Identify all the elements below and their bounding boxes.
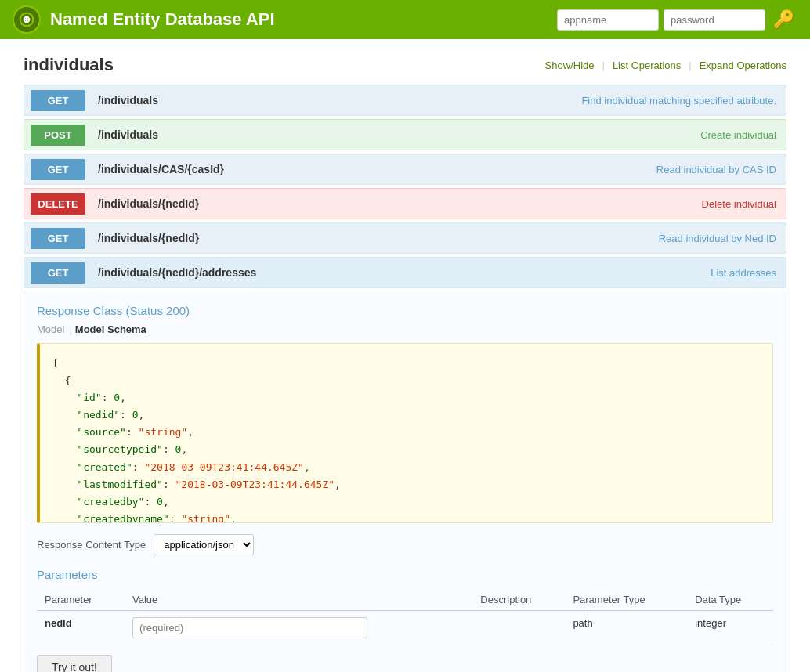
- op-description-0: Find individual matching specified attri…: [581, 95, 786, 107]
- param-type-nedid: path: [565, 611, 687, 645]
- header-auth-area: 🔑: [557, 6, 797, 33]
- op-row-5[interactable]: GET /individuals/{nedId}/addresses List …: [24, 257, 786, 288]
- app-header: Named Entity Database API 🔑: [0, 0, 810, 39]
- param-row-nedid: nedId path integer: [37, 611, 773, 645]
- code-line-10: "createdbyname": "string",: [52, 511, 760, 523]
- op-description-1: Create individual: [700, 129, 786, 141]
- key-button[interactable]: 🔑: [770, 6, 797, 33]
- response-content-row: Response Content Type application/json: [37, 534, 773, 555]
- op-path-2: /individuals/CAS/{casId}: [92, 163, 656, 175]
- method-badge-1: POST: [31, 125, 85, 146]
- op-path-0: /individuals: [92, 94, 581, 107]
- col-value: Value: [125, 589, 472, 611]
- op-path-4: /individuals/{nedId}: [92, 232, 659, 244]
- method-badge-0: GET: [31, 90, 85, 111]
- code-line-5: "source": "string",: [52, 424, 760, 441]
- op-row-4[interactable]: GET /individuals/{nedId} Read individual…: [24, 222, 786, 254]
- code-line-9: "createdby": 0,: [52, 493, 760, 511]
- password-input[interactable]: [664, 9, 765, 31]
- section-controls: Show/Hide | List Operations | Expand Ope…: [545, 60, 786, 71]
- code-line-7: "created": "2018-03-09T23:41:44.645Z",: [52, 459, 760, 476]
- method-badge-5: GET: [31, 262, 85, 284]
- method-badge-3: DELETE: [31, 193, 85, 215]
- code-line-2: {: [52, 372, 760, 389]
- params-section: Parameters Parameter Value Description P…: [37, 568, 773, 672]
- op-description-5: List addresses: [711, 267, 786, 279]
- code-line-6: "sourcetypeid": 0,: [52, 441, 760, 458]
- show-hide-link[interactable]: Show/Hide: [545, 60, 595, 71]
- app-title: Named Entity Database API: [50, 9, 557, 30]
- param-data-type-nedid: integer: [687, 611, 773, 645]
- section-title: individuals: [24, 55, 545, 75]
- params-table: Parameter Value Description Parameter Ty…: [37, 589, 773, 645]
- param-name-nedid: nedId: [45, 617, 72, 629]
- op-row-2[interactable]: GET /individuals/CAS/{casId} Read indivi…: [24, 154, 786, 185]
- param-description-nedid: [472, 611, 565, 645]
- op-row-0[interactable]: GET /individuals Find individual matchin…: [24, 85, 786, 116]
- appname-input[interactable]: [557, 9, 659, 31]
- model-tabs: Model | Model Schema: [37, 323, 773, 335]
- section-header: individuals Show/Hide | List Operations …: [24, 55, 786, 75]
- model-tab[interactable]: Model: [37, 323, 64, 335]
- model-tab-sep: |: [69, 323, 71, 335]
- sep1: |: [602, 60, 604, 71]
- col-parameter-type: Parameter Type: [565, 589, 687, 611]
- logo-icon: [13, 5, 41, 34]
- op-path-1: /individuals: [92, 128, 700, 141]
- params-title: Parameters: [37, 568, 773, 581]
- op-description-4: Read individual by Ned ID: [659, 233, 786, 244]
- operations-list: GET /individuals Find individual matchin…: [24, 85, 786, 288]
- method-badge-2: GET: [31, 159, 85, 180]
- col-description: Description: [472, 589, 565, 611]
- code-line-3: "id": 0,: [52, 389, 760, 406]
- op-path-3: /individuals/{nedId}: [92, 197, 702, 210]
- main-content: individuals Show/Hide | List Operations …: [0, 39, 810, 672]
- try-it-out-button[interactable]: Try it out!: [37, 655, 112, 672]
- code-line-1: [: [52, 355, 760, 372]
- code-block: [ { "id": 0, "nedid": 0, "source": "stri…: [37, 343, 773, 523]
- sep2: |: [689, 60, 691, 71]
- response-content-label: Response Content Type: [37, 539, 146, 551]
- model-schema-tab[interactable]: Model Schema: [75, 323, 146, 335]
- col-data-type: Data Type: [687, 589, 773, 611]
- method-badge-4: GET: [31, 228, 85, 249]
- param-value-nedid[interactable]: [132, 617, 367, 638]
- op-row-3[interactable]: DELETE /individuals/{nedId} Delete indiv…: [24, 188, 786, 219]
- code-line-8: "lastmodified": "2018-03-09T23:41:44.645…: [52, 476, 760, 493]
- code-line-4: "nedid": 0,: [52, 406, 760, 424]
- op-path-5: /individuals/{nedId}/addresses: [92, 266, 711, 279]
- content-type-select[interactable]: application/json: [154, 534, 254, 555]
- op-description-3: Delete individual: [702, 198, 786, 210]
- expanded-section: Response Class (Status 200) Model | Mode…: [24, 291, 786, 672]
- op-row-1[interactable]: POST /individuals Create individual: [24, 119, 786, 150]
- expand-operations-link[interactable]: Expand Operations: [700, 60, 786, 71]
- list-operations-link[interactable]: List Operations: [613, 60, 681, 71]
- col-parameter: Parameter: [37, 589, 125, 611]
- response-class-title: Response Class (Status 200): [37, 304, 773, 317]
- params-table-header-row: Parameter Value Description Parameter Ty…: [37, 589, 773, 611]
- op-description-2: Read individual by CAS ID: [656, 164, 786, 175]
